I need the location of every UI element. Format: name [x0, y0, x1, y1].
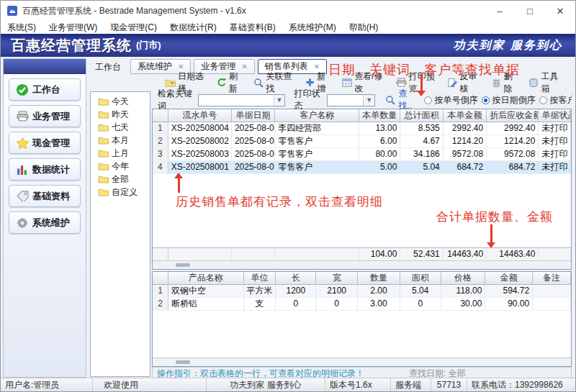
sort-options: 按单号倒序按日期倒序按客户名称 — [424, 94, 572, 106]
table-cell: 2992.40 — [487, 122, 539, 135]
status-server-label: 服务端 — [391, 378, 431, 391]
sidebar-item-business-mgmt[interactable]: 业务管理 — [9, 105, 81, 127]
column-header[interactable]: 总计面积 — [400, 109, 443, 122]
table-cell: 平方米 — [244, 285, 276, 297]
folder-icon — [98, 110, 109, 119]
keyword-combobox[interactable]: ▼ — [198, 94, 285, 106]
scrollbar-thumb[interactable] — [176, 263, 190, 267]
column-header[interactable]: 本单数量 — [359, 109, 400, 122]
column-header[interactable]: 本单金额 — [444, 109, 487, 122]
menu-item[interactable]: 系统(S) — [1, 22, 42, 34]
radio-icon — [482, 96, 490, 104]
tree-item[interactable]: 自定义 — [91, 186, 150, 199]
column-header[interactable]: 金额 — [485, 272, 533, 285]
radio-label: 按单号倒序 — [434, 94, 477, 106]
table-row[interactable]: 2断桥铝支003.00030.0090.00 — [153, 298, 571, 311]
app-icon — [6, 5, 18, 17]
audit-icon — [448, 78, 458, 88]
tree-item[interactable]: 昨天 — [91, 108, 150, 121]
table-cell: 8.535 — [400, 122, 443, 135]
close-button[interactable]: ✕ — [545, 1, 575, 21]
table-cell: 13.00 — [359, 122, 400, 135]
sidebar-item-sys-maintenance[interactable]: 系统维护 — [9, 211, 81, 234]
table-cell: XS-202508004 — [168, 122, 232, 135]
sidebar-item-label: 工作台 — [32, 83, 60, 96]
sidebar-item-workbench[interactable]: 工作台 — [9, 78, 81, 101]
menu-item[interactable]: 系统维护(M) — [282, 22, 343, 34]
sidebar-item-basic-data[interactable]: 基础资料 — [9, 185, 81, 207]
minimize-button[interactable]: – — [485, 1, 515, 21]
table-cell: 未打印 — [539, 135, 571, 147]
filter-bar: 检索关键词 ▼ 打印状态 ▼ 查找.. 按单号倒序按日期倒序按客户名称 — [152, 91, 572, 109]
tree-item[interactable]: 七天 — [91, 121, 150, 134]
sort-radio-按客户名称[interactable]: 按客户名称 — [539, 94, 572, 106]
sidebar-item-data-stats[interactable]: 数据统计 — [9, 158, 81, 181]
tab-close-icon[interactable]: ✕ — [178, 63, 184, 70]
maximize-button[interactable]: □ — [515, 1, 545, 21]
menu-item[interactable]: 基础资料(B) — [223, 22, 282, 34]
column-header[interactable]: 单据状态 — [539, 109, 571, 122]
column-header[interactable]: 单据日期 — [232, 109, 275, 122]
horizontal-scrollbar[interactable] — [153, 260, 571, 269]
totals-cell: 14463.40 — [444, 248, 487, 260]
sort-radio-按单号倒序[interactable]: 按单号倒序 — [424, 94, 477, 106]
table-cell: 5.04 — [400, 161, 443, 173]
table-cell: 零售客户 — [275, 161, 359, 173]
column-header[interactable]: 面积 — [400, 272, 441, 285]
column-header[interactable]: 价格 — [441, 272, 486, 285]
sidebar-item-cash-mgmt[interactable]: 现金管理 — [9, 132, 81, 154]
printer-icon — [15, 110, 30, 123]
column-header[interactable]: 流水单号 — [168, 109, 232, 122]
column-header[interactable]: 产品名称 — [168, 272, 244, 285]
sidebar-item-label: 系统维护 — [32, 216, 70, 229]
annotation-arrow-up-icon — [174, 173, 183, 193]
date-tree-panel: 今天昨天七天本月上月今年全部自定义 — [90, 91, 150, 377]
menu-item[interactable]: 现金管理(C) — [104, 22, 163, 34]
table-cell: 1214.20 — [487, 135, 539, 147]
banner-title: 百惠经营管理系统 — [11, 36, 132, 55]
star-icon — [15, 137, 30, 150]
order-detail-table: 产品名称单位长宽数量面积价格金额备注1双钢中空平方米120021002.005.… — [152, 271, 572, 367]
column-header[interactable] — [153, 109, 168, 122]
table-cell: 9572.08 — [444, 148, 487, 160]
table-cell: 未打印 — [539, 122, 571, 135]
tree-item-label: 上月 — [112, 147, 129, 160]
tab-label: 工作台 — [95, 61, 121, 73]
tree-item-label: 自定义 — [112, 186, 138, 199]
column-header[interactable]: 折后应收金额 — [487, 109, 539, 122]
tree-item[interactable]: 今天 — [91, 95, 150, 108]
column-header[interactable]: 宽 — [316, 272, 358, 285]
print-status-combobox[interactable]: ▼ — [327, 94, 375, 106]
menu-item[interactable]: 业务管理(W) — [42, 22, 104, 34]
column-header[interactable]: 数量 — [358, 272, 400, 285]
table-row[interactable]: 3XS-2025080032025-08-05零售客户80.0034.18695… — [153, 148, 571, 161]
menu-item[interactable]: 帮助(H) — [343, 22, 385, 34]
totals-cell: 104.00 — [359, 248, 400, 260]
tree-item[interactable]: 全部 — [91, 173, 150, 186]
tree-item[interactable]: 本月 — [91, 134, 150, 147]
table-cell: 594.72 — [485, 285, 533, 297]
column-header[interactable]: 客户名称 — [275, 109, 359, 122]
tree-item[interactable]: 上月 — [91, 147, 150, 160]
table-row[interactable]: 1XS-2025080042025-08-07李四经营部13.008.53529… — [153, 122, 571, 135]
tab-close-icon[interactable]: ✕ — [241, 63, 247, 70]
scrollbar-thumb[interactable] — [176, 360, 190, 364]
search-button[interactable]: 查找.. — [385, 88, 415, 112]
table-cell: XS-202508003 — [168, 148, 232, 160]
table-row[interactable]: 2XS-2025080022025-08-05零售客户6.004.671214.… — [153, 135, 571, 148]
column-header[interactable] — [153, 272, 168, 285]
table-row[interactable]: 1双钢中空平方米120021002.005.04118.00594.72 — [153, 285, 571, 298]
chevron-down-icon: ▼ — [274, 95, 285, 106]
menu-item[interactable]: 数据统计(R) — [163, 22, 223, 34]
print-preview-icon — [396, 78, 407, 88]
horizontal-scrollbar[interactable] — [153, 357, 571, 366]
table-row[interactable]: 4XS-2025080012025-08-02零售客户5.005.04684.7… — [153, 161, 571, 174]
table-header-row: 流水单号单据日期客户名称本单数量总计面积本单金额折后应收金额单据状态 — [153, 109, 571, 122]
column-header[interactable]: 单位 — [244, 272, 276, 285]
tab-工作台[interactable]: 工作台 — [89, 60, 127, 74]
column-header[interactable]: 备注 — [533, 272, 571, 285]
sort-radio-按日期倒序[interactable]: 按日期倒序 — [482, 94, 535, 106]
tree-item[interactable]: 今年 — [91, 160, 150, 173]
column-header[interactable]: 长 — [276, 272, 316, 285]
tab-close-icon[interactable]: ✕ — [314, 63, 320, 70]
